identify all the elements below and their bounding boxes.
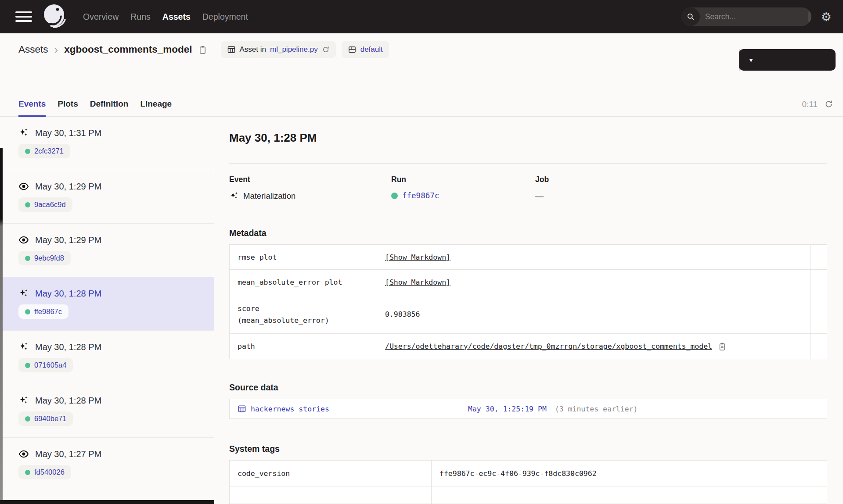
dagster-logo-icon[interactable] [42,3,67,30]
tab-plots[interactable]: Plots [58,92,78,117]
search-icon [681,7,700,26]
run-status-dot [25,470,30,475]
run-id-badge[interactable]: fd540026 [18,465,71,479]
nav-overview[interactable]: Overview [83,12,119,22]
event-time: May 30, 1:31 PM [35,128,101,138]
search-bar[interactable]: / [681,7,811,26]
run-id-badge[interactable]: 2cfc3271 [18,144,70,158]
tab-events[interactable]: Events [18,92,46,117]
breadcrumb-separator: › [54,43,58,57]
event-list-item[interactable]: May 30, 1:29 PM 9ebc9fd8 [0,224,214,277]
materialize-dropdown-button[interactable]: ▾ [739,49,763,71]
materialization-sparkle-icon [229,191,239,201]
table-row: score (mean_absolute_error) 0.983856 [230,295,827,334]
event-list-item[interactable]: May 30, 1:28 PM 6940be71 [0,384,214,438]
event-time: May 30, 1:29 PM [35,235,101,245]
event-list-item[interactable]: May 30, 1:27 PM fd540026 [0,438,214,491]
page-title: xgboost_comments_model [64,44,192,55]
run-id-badge[interactable]: ffe9867c [18,304,68,319]
system-tags-heading: System tags [229,444,827,454]
search-shortcut-key: / [808,10,811,23]
window-edge-artifact [0,148,3,504]
show-markdown-link[interactable]: [Show Markdown] [385,278,450,286]
table-icon [238,404,246,413]
hamburger-menu-icon[interactable] [15,9,32,25]
refresh-countdown: 0:11 [802,100,818,109]
asset-location-badge[interactable]: Asset in ml_pipeline.py [221,41,336,58]
nav-runs[interactable]: Runs [130,12,151,22]
observation-eye-icon [18,235,29,245]
metadata-value: 0.983856 [377,295,811,334]
materialization-sparkle-icon [18,342,29,352]
metadata-key: mean_absolute_error plot [230,270,377,295]
run-id-badge[interactable]: 071605a4 [18,358,73,372]
run-id-badge[interactable]: 9aca6c9d [18,197,72,212]
table-row: hackernews_stories May 30, 1:25:19 PM (3… [230,399,827,419]
metadata-key: path [230,334,377,359]
table-row: rmse plot [Show Markdown] [230,245,827,270]
run-status-dot [25,256,30,261]
table-row: path /Users/odetteharary/code/dagster/tm… [230,334,827,359]
run-status-dot [25,416,30,422]
nav-assets[interactable]: Assets [162,12,191,22]
run-id-badge[interactable]: 6940be71 [18,411,73,426]
event-time: May 30, 1:28 PM [35,289,101,299]
top-nav: Overview Runs Assets Deployment / ⚙ [0,0,843,33]
tag-value: ffe9867c-ec9c-4f06-939c-f8dc830c0962 [432,461,827,486]
upstream-asset-link[interactable]: hackernews_stories [238,404,460,413]
copy-path-icon[interactable] [718,342,727,351]
source-materialization-time-link[interactable]: May 30, 1:25:19 PM [468,405,547,413]
materialize-split-button: Materialize ▾ [739,49,836,71]
run-id-link[interactable]: ffe9867c [402,191,439,200]
refresh-icon[interactable] [824,100,833,109]
tab-lineage[interactable]: Lineage [140,92,172,117]
run-status-dot [25,363,30,368]
breadcrumb-assets-link[interactable]: Assets [18,44,48,55]
event-detail-panel: May 30, 1:28 PM Event Materialization Ru… [215,117,843,504]
asset-tabs: Events Plots Definition Lineage 0:11 [0,92,843,117]
table-icon [227,45,236,54]
materialization-sparkle-icon [18,395,29,406]
event-column-label: Event [229,175,391,184]
asset-group-icon [348,45,357,54]
storage-path-link[interactable]: /Users/odetteharary/code/dagster/tmp_0mz… [385,342,712,350]
event-time: May 30, 1:28 PM [35,396,101,406]
asset-group-badge[interactable]: default [342,41,389,58]
system-tags-table: code_version ffe9867c-ec9c-4f06-939c-f8d… [229,460,827,504]
event-list-item[interactable]: May 30, 1:31 PM 2cfc3271 [0,117,214,170]
source-time-note: (3 minutes earlier) [555,405,638,413]
tab-definition[interactable]: Definition [90,92,129,117]
job-column-label: Job [535,175,827,184]
search-input[interactable] [700,12,808,21]
job-empty-value: — [535,191,544,201]
pipeline-file-link[interactable]: ml_pipeline.py [270,45,318,54]
event-detail-title: May 30, 1:28 PM [229,131,827,145]
event-list-item[interactable]: May 30, 1:29 PM 9aca6c9d [0,170,214,224]
group-default-link[interactable]: default [360,45,383,54]
metadata-key: rmse plot [230,245,377,270]
run-id-badge[interactable]: 9ebc9fd8 [18,251,71,265]
window-edge-artifact [0,500,214,504]
metadata-heading: Metadata [229,228,827,238]
table-row: mean_absolute_error plot [Show Markdown] [230,270,827,295]
materialization-sparkle-icon [18,288,29,299]
app-window: Overview Runs Assets Deployment / ⚙ Asse… [0,0,843,504]
copy-asset-name-icon[interactable] [198,45,207,54]
run-status-dot [25,149,30,154]
run-column-label: Run [391,175,535,184]
observation-eye-icon [18,181,29,192]
observation-eye-icon [18,449,29,459]
table-row [230,486,827,504]
metadata-table: rmse plot [Show Markdown] mean_absolute_… [229,244,827,359]
gear-icon[interactable]: ⚙ [821,11,832,23]
show-markdown-link[interactable]: [Show Markdown] [385,253,450,261]
run-status-dot [25,309,30,315]
materialization-sparkle-icon [18,128,29,138]
asset-in-label: Asset in [240,45,266,54]
event-list-item-selected[interactable]: May 30, 1:28 PM ffe9867c [0,277,214,331]
event-list-item[interactable]: May 30, 1:28 PM 071605a4 [0,331,214,384]
primary-nav: Overview Runs Assets Deployment [83,12,248,22]
reload-code-icon[interactable] [322,46,330,54]
source-data-heading: Source data [229,382,827,393]
nav-deployment[interactable]: Deployment [202,12,248,22]
